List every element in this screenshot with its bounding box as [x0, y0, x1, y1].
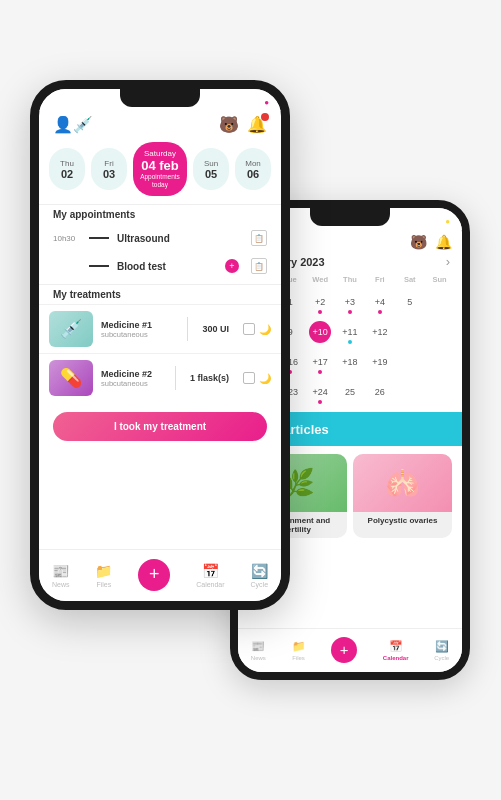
treatment-info-1: Medicine #2 subcutaneous [101, 369, 167, 388]
cal-day-19[interactable]: +19 [365, 348, 394, 376]
cal-day-11[interactable]: +11 [336, 318, 365, 346]
notif-badge [261, 113, 269, 121]
date-chip-sat-num: 04 feb [141, 158, 179, 173]
treatment-toggles-0: 🌙 [243, 323, 271, 335]
header-icons: 👤 💉 🐻 🔔 [39, 111, 281, 134]
back-bottom-nav: 📰 News 📁 Files + 📅 Calendar 🔄 Cycle [238, 628, 462, 672]
appt-add-btn-1[interactable]: + [225, 259, 239, 273]
treatment-thumb-1: 💊 [49, 360, 93, 396]
back-nav-calendar[interactable]: 📅 Calendar [383, 640, 409, 661]
treatment-dose-0: 300 UI [196, 324, 235, 334]
date-chip-thu-label: Thu [60, 159, 74, 168]
front-calendar-icon: 📅 [202, 563, 219, 579]
cal-dh-5: Sat [395, 273, 424, 286]
cal-day-2[interactable]: +2 [306, 288, 335, 316]
back-calendar-icon: 📅 [389, 640, 403, 653]
cal-day-3[interactable]: +3 [336, 288, 365, 316]
treatment-divider-0 [187, 317, 188, 341]
cal-day-4[interactable]: +4 [365, 288, 394, 316]
front-bottom-nav: 📰 News 📁 Files + 📅 Calendar 🔄 Cycle [39, 549, 281, 601]
date-chip-mon-label: Mon [245, 159, 261, 168]
cal-day-empty3 [395, 318, 424, 346]
cal-dh-6: Sun [425, 273, 454, 286]
cal-day-18[interactable]: +18 [336, 348, 365, 376]
date-chip-sun[interactable]: Sun 05 [193, 148, 229, 190]
back-calendar-label: Calendar [383, 655, 409, 661]
date-chip-thu-num: 02 [61, 168, 73, 180]
back-nav-add[interactable]: + [331, 637, 357, 665]
cal-day-26[interactable]: 26 [365, 378, 394, 406]
back-nav-cycle[interactable]: 🔄 Cycle [434, 640, 449, 661]
back-files-icon: 📁 [292, 640, 306, 653]
date-chip-mon[interactable]: Mon 06 [235, 148, 271, 190]
treatment-checkbox-1[interactable] [243, 372, 255, 384]
date-chip-sun-num: 05 [205, 168, 217, 180]
notification-bell[interactable]: 🔔 [247, 115, 267, 134]
back-cycle-icon: 🔄 [435, 640, 449, 653]
front-nav-files[interactable]: 📁 Files [95, 563, 112, 588]
front-calendar-label: Calendar [196, 581, 224, 588]
back-nav-news[interactable]: 📰 News [251, 640, 266, 661]
treatment-moon-1: 🌙 [259, 373, 271, 384]
cal-dh-4: Fri [365, 273, 394, 286]
cal-dh-3: Thu [336, 273, 365, 286]
bear-icon: 🐻 [410, 234, 427, 250]
cal-day-12[interactable]: +12 [365, 318, 394, 346]
cal-day-empty5 [395, 348, 424, 376]
cal-dh-2: Wed [306, 273, 335, 286]
treatment-type-1: subcutaneous [101, 379, 167, 388]
cal-day-10-today[interactable]: +10 [309, 321, 331, 343]
front-news-label: News [52, 581, 70, 588]
appt-line-0 [89, 237, 109, 239]
cal-day-25[interactable]: 25 [336, 378, 365, 406]
front-files-icon: 📁 [95, 563, 112, 579]
front-nav-add[interactable]: + [138, 559, 170, 593]
back-cycle-label: Cycle [434, 655, 449, 661]
treatment-toggles-1: 🌙 [243, 372, 271, 384]
treatment-name-0: Medicine #1 [101, 320, 179, 330]
pet-icon[interactable]: 🐻 [219, 115, 239, 134]
front-phone-notch [120, 89, 200, 107]
bell-icon: 🔔 [435, 234, 452, 250]
treatment-info-0: Medicine #1 subcutaneous [101, 320, 179, 339]
treatment-button[interactable]: I took my treatment [53, 412, 267, 441]
front-cycle-icon: 🔄 [251, 563, 268, 579]
date-chip-thu[interactable]: Thu 02 [49, 148, 85, 190]
date-chip-sat-active[interactable]: Saturday 04 feb Appointments today [133, 142, 187, 196]
date-chip-fri-num: 03 [103, 168, 115, 180]
front-cycle-label: Cycle [251, 581, 269, 588]
calendar-next-arrow[interactable]: › [446, 254, 450, 269]
cal-day-empty7 [395, 378, 424, 406]
date-chip-mon-num: 06 [247, 168, 259, 180]
cal-day-empty4 [425, 318, 454, 346]
front-nav-news[interactable]: 📰 News [52, 563, 70, 588]
profile-icon[interactable]: 👤 [53, 115, 73, 134]
cal-day-empty6 [425, 348, 454, 376]
treatment-row-0: 💉 Medicine #1 subcutaneous 300 UI 🌙 [39, 304, 281, 353]
date-chip-fri[interactable]: Fri 03 [91, 148, 127, 190]
front-nav-calendar[interactable]: 📅 Calendar [196, 563, 224, 588]
treatment-checkbox-0[interactable] [243, 323, 255, 335]
article-card-1[interactable]: 🫁 Polycystic ovaries [353, 454, 452, 538]
treatment-thumb-0: 💉 [49, 311, 93, 347]
back-news-icon: 📰 [251, 640, 265, 653]
article-label-1: Polycystic ovaries [353, 512, 452, 529]
date-chip-fri-label: Fri [104, 159, 113, 168]
front-nav-cycle[interactable]: 🔄 Cycle [251, 563, 269, 588]
cal-day-17[interactable]: +17 [306, 348, 335, 376]
date-chip-sun-label: Sun [204, 159, 218, 168]
appt-name-0: Ultrasound [117, 233, 243, 244]
cal-day-24[interactable]: +24 [306, 378, 335, 406]
treatment-name-1: Medicine #2 [101, 369, 167, 379]
date-chip-sat-appt: Appointments today [133, 173, 187, 189]
front-news-icon: 📰 [52, 563, 69, 579]
cal-day-empty2 [425, 288, 454, 316]
back-files-label: Files [292, 655, 305, 661]
treatment-row-1: 💊 Medicine #2 subcutaneous 1 flask(s) 🌙 [39, 353, 281, 402]
appointment-row-0: 10h30 Ultrasound 📋 [39, 224, 281, 252]
article-img-1: 🫁 [353, 454, 452, 512]
front-phone-content: 👤 💉 🐻 🔔 Thu 02 Fri 03 Saturday 04 feb A [39, 111, 281, 610]
syringe-icon[interactable]: 💉 [73, 115, 93, 134]
cal-day-5[interactable]: 5 [395, 288, 424, 316]
back-nav-files[interactable]: 📁 Files [292, 640, 306, 661]
